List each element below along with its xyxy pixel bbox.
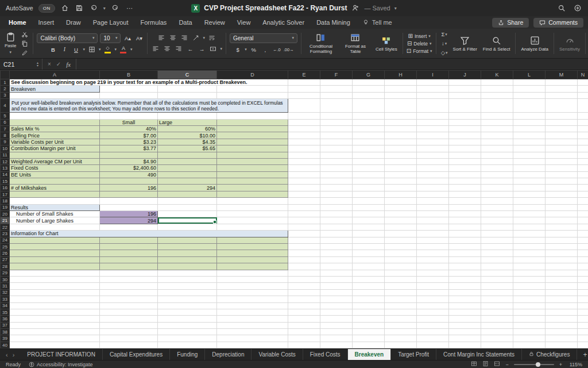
insert-cells-button[interactable]: ⊞ Insert ▾ — [408, 33, 431, 39]
merge-center-button[interactable] — [208, 45, 218, 53]
ribbon-tab-analytic-solver[interactable]: Analytic Solver — [262, 18, 305, 27]
cell-I32[interactable] — [417, 289, 449, 296]
cell-A32[interactable] — [10, 289, 100, 296]
cell-K19[interactable] — [481, 204, 513, 210]
ribbon-tab-draw[interactable]: Draw — [65, 18, 82, 27]
cell-G2[interactable] — [353, 86, 385, 92]
cell-M19[interactable] — [546, 204, 578, 210]
cell-K2[interactable] — [481, 86, 513, 92]
cell-E6[interactable] — [288, 119, 320, 125]
column-header-I[interactable]: I — [417, 71, 449, 79]
cell-C27[interactable] — [158, 256, 217, 263]
cell-C32[interactable] — [158, 289, 217, 296]
cell-E13[interactable] — [288, 165, 320, 171]
cell-C37[interactable] — [158, 322, 217, 328]
cell-L23[interactable] — [513, 231, 546, 237]
cell-I35[interactable] — [417, 309, 449, 315]
row-header-30[interactable]: 30 — [1, 276, 10, 282]
cell-K37[interactable] — [481, 322, 513, 328]
row-header-21[interactable]: 21 — [1, 217, 10, 224]
cell-J4[interactable] — [449, 99, 481, 113]
cell-K14[interactable] — [481, 171, 513, 178]
cell-B3[interactable] — [100, 92, 158, 98]
cell-B29[interactable] — [100, 270, 158, 276]
cell-M28[interactable] — [546, 263, 578, 270]
cell-A39[interactable] — [10, 335, 100, 342]
cell-K1[interactable] — [481, 79, 513, 86]
wrap-text-button[interactable] — [207, 34, 216, 43]
cell-N5[interactable] — [578, 113, 588, 119]
cell-I37[interactable] — [417, 322, 449, 328]
cell-E37[interactable] — [288, 322, 320, 328]
cell-F8[interactable] — [320, 132, 353, 139]
cell-C26[interactable] — [158, 250, 217, 256]
cell-B12[interactable]: $4.90 — [100, 158, 158, 164]
cell-A15[interactable] — [10, 178, 100, 185]
autosum-button[interactable]: Σ ▾ — [440, 30, 449, 39]
cell-H7[interactable] — [385, 125, 417, 132]
cell-E23[interactable] — [288, 231, 320, 237]
cell-J28[interactable] — [449, 263, 481, 270]
cancel-entry-icon[interactable]: × — [48, 61, 51, 67]
cell-A17[interactable] — [10, 191, 100, 197]
ribbon-tab-insert[interactable]: Insert — [38, 18, 55, 27]
cell-D32[interactable] — [217, 289, 288, 296]
cell-N12[interactable] — [578, 158, 588, 164]
cell-L28[interactable] — [513, 263, 546, 270]
cell-I3[interactable] — [417, 92, 449, 98]
cell-J17[interactable] — [449, 191, 481, 197]
cell-N39[interactable] — [578, 335, 588, 342]
ribbon-tab-page-layout[interactable]: Page Layout — [92, 18, 129, 27]
cell-G15[interactable] — [353, 178, 385, 185]
cell-H26[interactable] — [385, 250, 417, 256]
cell-H22[interactable] — [385, 224, 417, 230]
cell-I5[interactable] — [417, 113, 449, 119]
cell-E12[interactable] — [288, 158, 320, 164]
row-header-4[interactable]: 4 — [1, 99, 10, 113]
cell-B30[interactable] — [100, 276, 158, 282]
cell-N38[interactable] — [578, 329, 588, 335]
cell-H24[interactable] — [385, 237, 417, 243]
cell-D26[interactable] — [217, 250, 288, 256]
row-header-19[interactable]: 19 — [1, 204, 10, 210]
cell-E4[interactable] — [288, 99, 320, 113]
cell-D31[interactable] — [217, 283, 288, 289]
cell-I22[interactable] — [417, 224, 449, 230]
cell-A34[interactable] — [10, 302, 100, 309]
cell-B15[interactable] — [100, 178, 158, 185]
cell-C12[interactable] — [158, 158, 217, 164]
cell-K39[interactable] — [481, 335, 513, 342]
cell-G31[interactable] — [353, 283, 385, 289]
cell-A29[interactable] — [10, 270, 100, 276]
cell-C33[interactable] — [158, 296, 217, 302]
row-header-28[interactable]: 28 — [1, 263, 10, 270]
cell-N14[interactable] — [578, 171, 588, 178]
cell-F17[interactable] — [320, 191, 353, 197]
increase-font-button[interactable]: A▴ — [123, 34, 132, 43]
cell-A2[interactable]: Breakeven — [10, 86, 100, 92]
cell-E16[interactable] — [288, 185, 320, 191]
cell-J25[interactable] — [449, 243, 481, 250]
cell-H39[interactable] — [385, 335, 417, 342]
cell-G33[interactable] — [353, 296, 385, 302]
ribbon-tab-data[interactable]: Data — [178, 18, 192, 27]
row-header-15[interactable]: 15 — [1, 178, 10, 185]
cell-N8[interactable] — [578, 132, 588, 139]
cell-H11[interactable] — [385, 152, 417, 158]
cell-E5[interactable] — [288, 113, 320, 119]
cell-L27[interactable] — [513, 256, 546, 263]
cell-J15[interactable] — [449, 178, 481, 185]
cell-E18[interactable] — [288, 198, 320, 204]
confirm-entry-icon[interactable]: ✓ — [56, 61, 61, 67]
cell-I30[interactable] — [417, 276, 449, 282]
cell-J18[interactable] — [449, 198, 481, 204]
cell-A25[interactable] — [10, 243, 100, 250]
cell-B39[interactable] — [100, 335, 158, 342]
cell-B2[interactable] — [100, 86, 158, 92]
cell-M27[interactable] — [546, 256, 578, 263]
cell-A38[interactable] — [10, 329, 100, 335]
column-header-C[interactable]: C — [158, 71, 217, 79]
cell-C9[interactable]: $4.35 — [158, 139, 217, 145]
cell-M15[interactable] — [546, 178, 578, 185]
cell-J27[interactable] — [449, 256, 481, 263]
